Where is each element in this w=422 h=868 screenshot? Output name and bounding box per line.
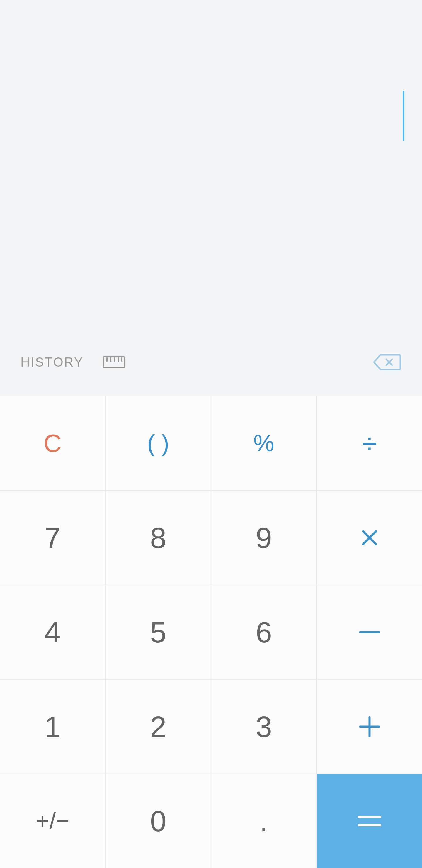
ruler-icon[interactable]	[103, 356, 125, 368]
history-button[interactable]: HISTORY	[21, 355, 84, 370]
backspace-button[interactable]	[372, 354, 401, 371]
equals-button[interactable]	[317, 774, 422, 868]
digit-6-button[interactable]: 6	[211, 585, 317, 679]
keypad: C ( ) % ÷ 7 8 9 4 5 6 1 2 3 +/− 0 .	[0, 396, 422, 868]
decimal-button[interactable]: .	[211, 774, 317, 868]
digit-7-button[interactable]: 7	[0, 491, 105, 585]
parentheses-button[interactable]: ( )	[106, 397, 211, 490]
digit-2-button[interactable]: 2	[106, 680, 211, 774]
clear-button[interactable]: C	[0, 397, 105, 490]
digit-3-button[interactable]: 3	[211, 680, 317, 774]
divide-button[interactable]: ÷	[317, 397, 422, 490]
multiply-button[interactable]	[317, 491, 422, 585]
sign-button[interactable]: +/−	[0, 774, 105, 868]
digit-1-button[interactable]: 1	[0, 680, 105, 774]
digit-0-button[interactable]: 0	[106, 774, 211, 868]
digit-9-button[interactable]: 9	[211, 491, 317, 585]
percent-button[interactable]: %	[211, 397, 317, 490]
input-cursor	[403, 91, 404, 141]
plus-button[interactable]	[317, 680, 422, 774]
digit-5-button[interactable]: 5	[106, 585, 211, 679]
minus-button[interactable]	[317, 585, 422, 679]
digit-4-button[interactable]: 4	[0, 585, 105, 679]
digit-8-button[interactable]: 8	[106, 491, 211, 585]
toolbar: HISTORY	[0, 329, 422, 396]
calculator-display	[0, 0, 422, 329]
